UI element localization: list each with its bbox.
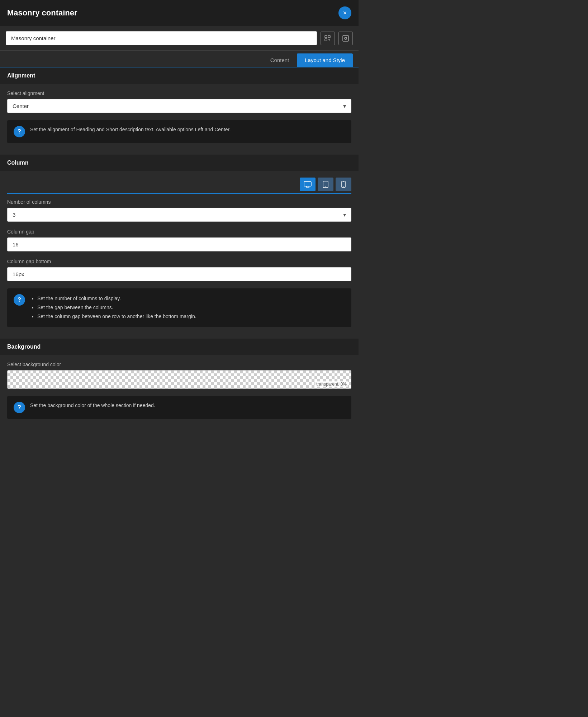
device-divider	[7, 193, 351, 194]
alignment-info-text: Set the alignment of Heading and Short d…	[30, 126, 231, 133]
columns-field-label: Number of columns	[7, 199, 351, 205]
component-name-input[interactable]	[6, 31, 317, 45]
add-icon-button[interactable]	[321, 32, 335, 45]
background-info-text: Set the background color of the whole se…	[30, 402, 155, 409]
background-section-body: Select background color transparent, 0% …	[0, 355, 359, 430]
svg-rect-1	[325, 39, 327, 41]
svg-rect-0	[325, 36, 327, 38]
column-info-bullets: Set the number of columns to display. Se…	[30, 294, 196, 321]
alignment-section-body: Select alignment Left Center Right ▼ ? S…	[0, 84, 359, 155]
column-info-bullet-3: Set the column gap between one row to an…	[37, 312, 196, 321]
alignment-select[interactable]: Left Center Right	[7, 99, 351, 113]
background-color-picker[interactable]: transparent, 0%	[7, 370, 351, 389]
column-gap-bottom-field-group: Column gap bottom	[7, 259, 351, 281]
panel-header: Masonry container ×	[0, 0, 359, 26]
columns-select[interactable]: 1 2 3 4 5 6	[7, 208, 351, 222]
svg-point-12	[325, 187, 326, 187]
alignment-info-icon: ?	[14, 126, 25, 137]
device-tab-desktop[interactable]	[300, 178, 316, 191]
column-section-body: Number of columns 1 2 3 4 5 6 ▼ Column g…	[0, 171, 359, 339]
settings-icon-button[interactable]	[338, 32, 353, 45]
column-info-bullet-1: Set the number of columns to display.	[37, 294, 196, 303]
svg-rect-5	[343, 36, 348, 41]
background-info-box: ? Set the background color of the whole …	[7, 396, 351, 419]
alignment-section: Alignment Select alignment Left Center R…	[0, 67, 359, 155]
tab-row: Content Layout and Style	[0, 51, 359, 67]
device-tabs	[7, 178, 351, 191]
background-color-label: Select background color	[7, 362, 351, 367]
alignment-info-box: ? Set the alignment of Heading and Short…	[7, 120, 351, 143]
column-info-bullet-2: Set the gap between the columns.	[37, 303, 196, 312]
svg-point-14	[343, 187, 344, 187]
column-gap-label: Column gap	[7, 229, 351, 235]
column-gap-bottom-input[interactable]	[7, 267, 351, 281]
background-section: Background Select background color trans…	[0, 339, 359, 430]
alignment-section-header: Alignment	[0, 67, 359, 84]
columns-field-group: Number of columns 1 2 3 4 5 6 ▼	[7, 199, 351, 222]
alignment-field-group: Select alignment Left Center Right ▼	[7, 90, 351, 113]
column-info-box: ? Set the number of columns to display. …	[7, 288, 351, 327]
background-color-value: transparent, 0%	[315, 381, 348, 387]
close-button[interactable]: ×	[338, 6, 351, 19]
panel-title: Masonry container	[7, 8, 77, 18]
tab-layout-and-style[interactable]: Layout and Style	[297, 53, 353, 67]
svg-point-6	[345, 37, 347, 39]
svg-rect-2	[328, 36, 330, 38]
column-section-header: Column	[0, 155, 359, 171]
column-section: Column	[0, 155, 359, 339]
alignment-field-label: Select alignment	[7, 90, 351, 96]
column-gap-bottom-label: Column gap bottom	[7, 259, 351, 264]
column-gap-field-group: Column gap	[7, 229, 351, 251]
device-tab-mobile[interactable]	[336, 178, 351, 191]
background-info-icon: ?	[14, 402, 25, 413]
columns-select-wrapper: 1 2 3 4 5 6 ▼	[7, 208, 351, 222]
alignment-select-wrapper: Left Center Right ▼	[7, 99, 351, 113]
device-tab-tablet[interactable]	[318, 178, 333, 191]
column-info-icon: ?	[14, 294, 25, 306]
name-input-row	[0, 26, 359, 51]
tab-content[interactable]: Content	[262, 53, 297, 67]
column-gap-input[interactable]	[7, 237, 351, 251]
background-color-field-group: Select background color transparent, 0%	[7, 362, 351, 389]
svg-rect-7	[304, 181, 311, 186]
background-section-header: Background	[0, 339, 359, 355]
